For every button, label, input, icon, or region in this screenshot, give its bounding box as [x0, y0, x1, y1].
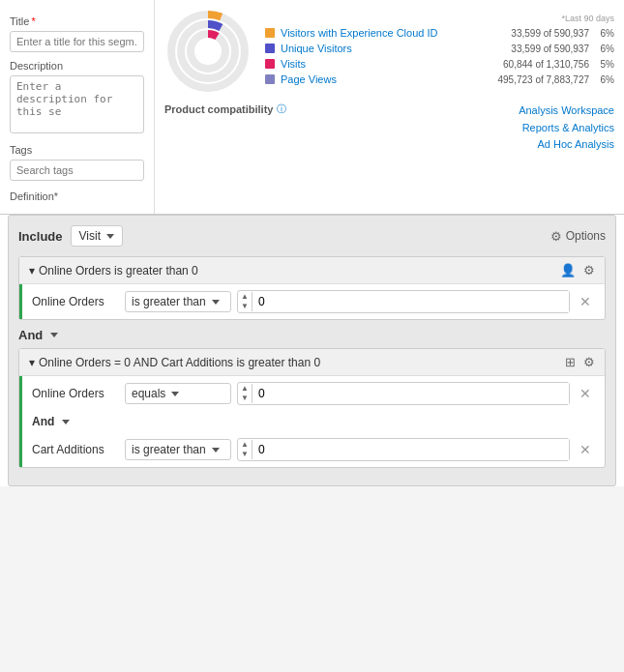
spinner-down-2-0[interactable]: ▼	[241, 394, 249, 403]
definition-label: Definition*	[10, 190, 144, 206]
stat-name-1[interactable]: Unique Visitors	[281, 43, 511, 54]
stat-pct-1: 6%	[595, 44, 614, 54]
and-label: And	[18, 328, 43, 342]
condition-group-1-title: ▾ Online Orders is greater than 0	[29, 264, 198, 278]
definition-section: Include Visit ⚙ Options ▾ Online Orders …	[0, 214, 624, 486]
value-input-2-1[interactable]	[253, 439, 569, 460]
stat-row-1: Unique Visitors 33,599 of 590,937 6%	[265, 43, 614, 54]
include-label: Include	[18, 229, 63, 244]
stat-color-0	[265, 28, 275, 38]
description-label: Description	[10, 60, 144, 72]
metric-2-0: Online Orders	[32, 387, 119, 400]
spinner-down-2-1[interactable]: ▼	[241, 450, 249, 459]
operator-chevron-icon-1-0	[212, 300, 220, 305]
options-label: Options	[566, 229, 606, 243]
person-icon[interactable]: 👤	[560, 263, 576, 278]
compat-items: Analysis Workspace Reports & Analytics A…	[519, 102, 614, 154]
group2-gear-icon[interactable]: ⚙	[583, 355, 595, 369]
operator-label-2-0: equals	[132, 387, 165, 400]
compat-item-0[interactable]: Analysis Workspace	[519, 102, 614, 120]
left-panel: Title* Description Tags Definition*	[0, 0, 155, 214]
stat-pct-0: 6%	[595, 28, 614, 39]
options-button[interactable]: ⚙ Options	[550, 229, 606, 244]
group1-collapse-icon[interactable]: ▾	[29, 264, 35, 278]
stat-value-2: 60,844 of 1,310,756	[503, 59, 589, 70]
visit-chevron-icon	[106, 234, 114, 239]
remove-btn-1-0[interactable]: ✕	[576, 292, 595, 311]
spinner-1-0: ▲ ▼	[238, 292, 253, 311]
sub-and-row: And	[19, 411, 605, 432]
include-row: Include Visit ⚙ Options	[18, 225, 606, 247]
stat-name-3[interactable]: Page Views	[281, 73, 497, 85]
condition-group-2-header: ▾ Online Orders = 0 AND Cart Additions i…	[19, 349, 605, 376]
condition-group-1: ▾ Online Orders is greater than 0 👤 ⚙ On…	[18, 256, 606, 320]
operator-dropdown-2-0[interactable]: equals	[125, 383, 231, 404]
stat-color-3	[265, 74, 275, 84]
compat-item-2[interactable]: Ad Hoc Analysis	[519, 136, 614, 154]
compat-label: Product compatibility	[164, 103, 273, 115]
sub-and-chevron-icon	[62, 420, 70, 424]
group1-gear-icon[interactable]: ⚙	[583, 263, 595, 278]
remove-btn-2-0[interactable]: ✕	[576, 384, 595, 403]
operator-label-2-1: is greater than	[132, 443, 206, 456]
stat-pct-2: 5%	[595, 59, 614, 70]
stats-section: *Last 90 days Visitors with Experience C…	[164, 8, 614, 95]
group2-collapse-icon[interactable]: ▾	[29, 356, 35, 369]
product-compat: Product compatibility ⓘ Analysis Workspa…	[164, 102, 614, 154]
stat-value-1: 33,599 of 590,937	[511, 44, 589, 54]
stat-pct-3: 6%	[595, 74, 614, 85]
title-input[interactable]	[10, 31, 144, 52]
remove-btn-2-1[interactable]: ✕	[576, 440, 595, 459]
metric-2-1: Cart Additions	[32, 443, 119, 456]
value-input-2-0[interactable]	[253, 383, 569, 404]
spinner-down-1-0[interactable]: ▼	[241, 302, 249, 311]
include-left: Include Visit	[18, 225, 123, 247]
stat-color-2	[265, 59, 275, 69]
and-chevron-icon	[50, 333, 58, 337]
options-gear-icon: ⚙	[550, 229, 562, 244]
segment-builder: Include Visit ⚙ Options ▾ Online Orders …	[8, 215, 616, 486]
condition-group-2-title: ▾ Online Orders = 0 AND Cart Additions i…	[29, 356, 320, 369]
value-container-2-0: ▲ ▼	[237, 382, 570, 405]
value-container-2-1: ▲ ▼	[237, 438, 570, 461]
condition-row-1-0: Online Orders is greater than ▲ ▼ ✕	[19, 284, 605, 319]
visit-label: Visit	[79, 229, 101, 243]
condition-row-2-0: Online Orders equals ▲ ▼ ✕	[19, 376, 605, 411]
last-90-label: *Last 90 days	[265, 14, 614, 23]
condition-group-2: ▾ Online Orders = 0 AND Cart Additions i…	[18, 348, 606, 468]
stats-list: *Last 90 days Visitors with Experience C…	[265, 14, 614, 89]
stat-name-2[interactable]: Visits	[281, 58, 503, 70]
value-input-1-0[interactable]	[253, 291, 569, 312]
sub-and-label: And	[32, 415, 54, 428]
operator-chevron-icon-2-1	[212, 448, 220, 453]
spinner-up-2-0[interactable]: ▲	[241, 384, 249, 394]
svg-point-2	[191, 34, 225, 69]
compat-item-1[interactable]: Reports & Analytics	[519, 120, 614, 137]
metric-1-0: Online Orders	[32, 295, 119, 308]
stat-row-3: Page Views 495,723 of 7,883,727 6%	[265, 73, 614, 85]
condition-row-2-1: Cart Additions is greater than ▲ ▼ ✕	[19, 432, 605, 467]
visit-dropdown[interactable]: Visit	[71, 225, 123, 247]
operator-dropdown-1-0[interactable]: is greater than	[125, 291, 231, 312]
sequence-icon[interactable]: ⊞	[565, 355, 576, 369]
condition-group-1-actions: 👤 ⚙	[560, 263, 595, 278]
description-input[interactable]	[10, 75, 144, 133]
spinner-2-1: ▲ ▼	[238, 440, 253, 459]
spinner-up-2-1[interactable]: ▲	[241, 440, 249, 450]
right-panel: *Last 90 days Visitors with Experience C…	[155, 0, 624, 214]
operator-dropdown-2-1[interactable]: is greater than	[125, 439, 231, 460]
spinner-2-0: ▲ ▼	[238, 384, 253, 403]
stat-name-0[interactable]: Visitors with Experience Cloud ID	[281, 27, 511, 39]
compat-info-icon: ⓘ	[277, 102, 286, 116]
operator-chevron-icon-2-0	[171, 392, 179, 396]
stat-color-1	[265, 44, 275, 53]
and-row: And	[18, 328, 606, 342]
tags-input[interactable]	[10, 160, 144, 181]
condition-group-1-header: ▾ Online Orders is greater than 0 👤 ⚙	[19, 257, 605, 284]
stat-value-3: 495,723 of 7,883,727	[497, 74, 589, 85]
title-label: Title*	[10, 15, 144, 27]
stat-row-0: Visitors with Experience Cloud ID 33,599…	[265, 27, 614, 39]
stat-value-0: 33,599 of 590,937	[511, 28, 589, 39]
spinner-up-1-0[interactable]: ▲	[241, 292, 249, 302]
tags-label: Tags	[10, 144, 144, 156]
